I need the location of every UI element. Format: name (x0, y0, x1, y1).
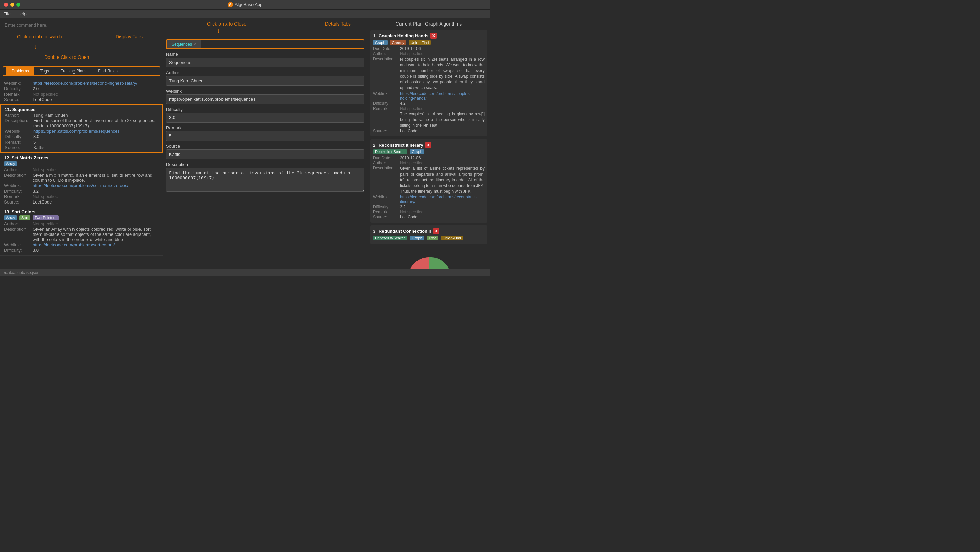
problem-title-12: 12. Set Matrix Zeroes (4, 155, 159, 160)
app-title: A AlgoBase App (228, 2, 263, 8)
plan-remove-1[interactable]: X (430, 33, 437, 39)
menu-help[interactable]: Help (18, 11, 27, 16)
detail-tab-close-sequences[interactable]: ✕ (193, 42, 196, 47)
display-tabs: Problems Tags Training Plans Find Rules (3, 66, 160, 76)
middle-panel: Click on x to Close ↓ Details Tabs Seque… (163, 18, 368, 269)
tag-sort-13: Sort (19, 215, 30, 220)
problem-item-13[interactable]: 13. Sort Colors Array Sort Two-Pointers … (0, 207, 163, 256)
plan-remove-3[interactable]: X (433, 228, 439, 234)
form-input-name[interactable] (166, 57, 364, 67)
left-panel: Click on tab to switch ↓ Display Tabs Do… (0, 18, 163, 269)
plan-remove-2[interactable]: X (425, 142, 431, 148)
plan-item-3-title: 3. Redundant Connection II X (373, 228, 485, 234)
form-input-remark[interactable] (166, 131, 364, 141)
plan-item-1: 1. Couples Holding Hands X Graph Greedy … (370, 30, 487, 137)
ann-click-x: Click on x to Close (207, 21, 247, 27)
tag-dfs-3: Depth-first-Search (373, 235, 407, 240)
ann-details-tabs: Details Tabs (325, 21, 351, 27)
tag-greedy-1: Greedy (390, 40, 406, 45)
form-field-weblink: Weblink (166, 89, 364, 104)
tag-array-13: Array (4, 215, 17, 220)
problem-title-11: 11. Sequences (5, 107, 158, 112)
detail-form: Name Author Weblink Difficulty Remark So… (166, 52, 364, 266)
form-field-name: Name (166, 52, 364, 67)
tag-graph-1: Graph (373, 40, 388, 45)
form-field-difficulty: Difficulty (166, 107, 364, 122)
problem-title-13: 13. Sort Colors (4, 209, 159, 215)
tag-graph-3: Graph (410, 235, 424, 240)
plan-item-2-title: 2. Reconstruct Itinerary X (373, 142, 485, 148)
statusbar: /data/algobase.json (0, 269, 490, 276)
form-input-weblink[interactable] (166, 94, 364, 104)
ann-arrow-x: ↓ (217, 27, 220, 34)
titlebar: A AlgoBase App (0, 0, 490, 10)
maximize-window-btn[interactable] (16, 3, 21, 7)
tag-two-pointers-13: Two-Pointers (33, 215, 59, 220)
tab-tags[interactable]: Tags (35, 67, 54, 75)
plan-item-1-num: 1. (373, 33, 377, 38)
details-tabs: Sequences ✕ (166, 40, 364, 49)
plan-item-2-num: 2. (373, 143, 377, 148)
tag-array-12: Array (4, 161, 17, 166)
form-input-author[interactable] (166, 76, 364, 86)
tab-find-rules[interactable]: Find Rules (92, 67, 123, 75)
statusbar-text: /data/algobase.json (4, 270, 40, 275)
plan-item-1-name: Couples Holding Hands (379, 33, 429, 38)
plan-item-3-name: Redundant Connection II (379, 229, 431, 234)
form-field-author: Author (166, 70, 364, 86)
annotation-area: Click on tab to switch ↓ Display Tabs Do… (0, 32, 163, 66)
tag-uf-3: Union-Find (441, 235, 463, 240)
plan-item-2-name: Reconstruct Itinerary (379, 143, 423, 148)
main-layout: Click on tab to switch ↓ Display Tabs Do… (0, 18, 490, 269)
tag-dfs-2: Depth-first-Search (373, 150, 407, 154)
form-field-remark: Remark (166, 125, 364, 141)
detail-tab-label: Sequences (172, 42, 192, 47)
tag-union-find-1: Union-Find (409, 40, 431, 45)
annotation-display-tabs: Display Tabs (116, 34, 143, 40)
menubar: File Help (0, 10, 490, 18)
tab-training-plans[interactable]: Training Plans (55, 67, 92, 75)
problem-item-11[interactable]: 11. Sequences Author: Tung Kam Chuen Des… (0, 104, 163, 153)
command-bar (0, 18, 163, 32)
right-panel-title: Current Plan: Graph Algorithms (370, 21, 487, 27)
detail-tab-sequences[interactable]: Sequences ✕ (167, 40, 201, 48)
form-input-source[interactable] (166, 150, 364, 159)
plan-item-3-tags: Depth-first-Search Graph Tree Union-Find (373, 235, 485, 240)
problems-list: Weblink: https://leetcode.com/problems/s… (0, 78, 163, 269)
right-panel: Current Plan: Graph Algorithms 1. Couple… (368, 18, 490, 269)
plan-item-1-tags: Graph Greedy Union-Find (373, 40, 485, 45)
plan-item-3-num: 3. (373, 229, 377, 234)
form-field-source: Source (166, 144, 364, 159)
plan-item-1-title: 1. Couples Holding Hands X (373, 33, 485, 39)
tag-tree-3: Tree (427, 235, 438, 240)
tag-graph-2: Graph (410, 150, 424, 154)
tab-problems[interactable]: Problems (6, 67, 34, 75)
close-window-btn[interactable] (4, 3, 8, 7)
plan-item-2: 2. Reconstruct Itinerary X Depth-first-S… (370, 139, 487, 223)
annotation-arrow-tab: ↓ (34, 43, 37, 50)
menu-file[interactable]: File (3, 11, 11, 16)
annotation-click-tab: Click on tab to switch (17, 34, 62, 40)
form-textarea-description[interactable]: Find the sum of the number of inversions… (166, 168, 364, 192)
form-input-difficulty[interactable] (166, 113, 364, 122)
problem-item-12[interactable]: 12. Set Matrix Zeroes Array Author: Not … (0, 153, 163, 207)
window-controls (4, 3, 21, 7)
plan-item-3: 3. Redundant Connection II X Depth-first… (370, 225, 487, 244)
pie-chart (401, 250, 456, 269)
chart-area: Done Undone (370, 250, 487, 269)
app-icon: A (228, 2, 233, 8)
form-field-description: Description Find the sum of the number o… (166, 162, 364, 192)
plan-item-2-tags: Depth-first-Search Graph (373, 150, 485, 154)
command-input[interactable] (4, 21, 159, 29)
annotation-dbl-click: Double Click to Open (44, 54, 89, 60)
minimize-window-btn[interactable] (10, 3, 14, 7)
problem-item-above[interactable]: Weblink: https://leetcode.com/problems/s… (0, 79, 163, 104)
